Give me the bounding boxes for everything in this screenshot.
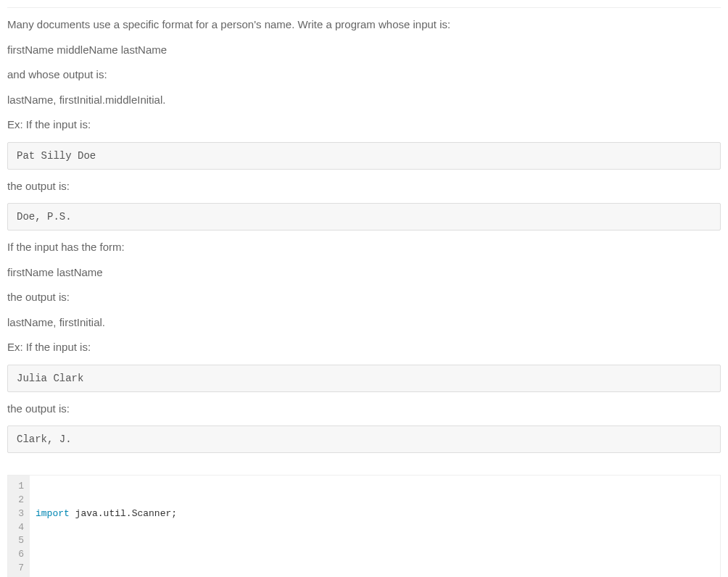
line-number: 2 — [15, 494, 25, 507]
code-line-2 — [36, 548, 714, 562]
line-number: 6 — [15, 548, 25, 562]
line-number: 5 — [15, 534, 25, 548]
code-line-1: import java.util.Scanner; — [36, 507, 714, 521]
problem-text-form-format: firstName lastName — [7, 265, 721, 281]
line-number: 1 — [15, 480, 25, 494]
code-text-area[interactable]: import java.util.Scanner; public class L… — [30, 476, 720, 577]
problem-text-example-intro: Ex: If the input is: — [7, 117, 721, 133]
problem-text-output-format: lastName, firstInitial.middleInitial. — [7, 92, 721, 109]
problem-text-intro: Many documents use a specific format for… — [7, 17, 721, 33]
problem-text-example2-intro: Ex: If the input is: — [7, 339, 721, 356]
problem-text-output-is-2: the output is: — [7, 401, 721, 418]
example1-input-box: Pat Silly Doe — [7, 142, 721, 170]
code-editor[interactable]: 1 2 3 4 5 6 7 8 import java.util.Scanner… — [7, 475, 721, 577]
line-number: 3 — [15, 507, 25, 521]
keyword-import: import — [36, 508, 70, 519]
problem-text-form-output-format: lastName, firstInitial. — [7, 315, 721, 331]
example2-output-box: Clark, J. — [7, 426, 721, 453]
problem-text-form-intro: If the input has the form: — [7, 239, 721, 256]
top-divider — [7, 7, 721, 8]
line-number-gutter: 1 2 3 4 5 6 7 8 — [8, 476, 30, 577]
example1-output-box: Doe, P.S. — [7, 203, 721, 231]
problem-text-input-format: firstName middleName lastName — [7, 42, 721, 59]
problem-text-form-output-intro: the output is: — [7, 289, 721, 306]
problem-text-output-is: the output is: — [7, 178, 721, 195]
line-number: 7 — [15, 562, 25, 576]
line-number: 4 — [15, 521, 25, 535]
example2-input-box: Julia Clark — [7, 365, 721, 392]
code-text: java.util.Scanner; — [70, 508, 177, 519]
problem-text-output-intro: and whose output is: — [7, 67, 721, 83]
problem-statement: Many documents use a specific format for… — [7, 17, 721, 453]
